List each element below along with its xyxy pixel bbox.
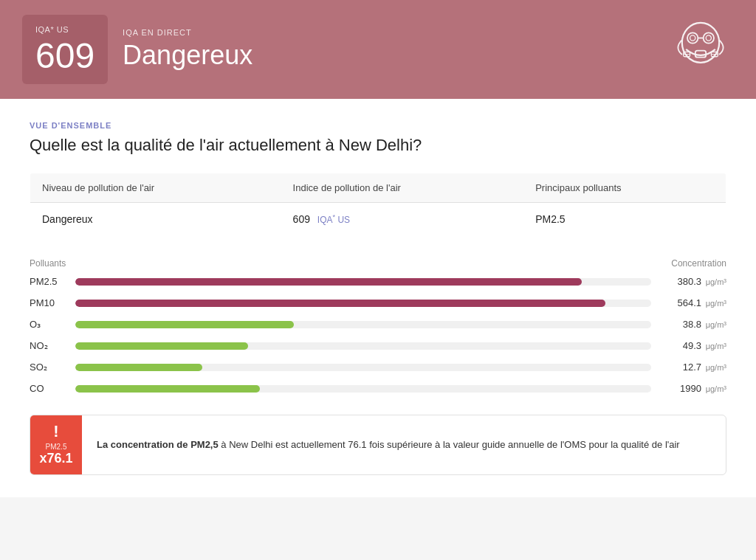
pollutant-bar-container (75, 364, 651, 371)
warning-text-rest: à New Delhi est actuellement 76.1 fois s… (219, 439, 680, 450)
pollutant-row: CO1990 μg/m³ (30, 383, 726, 394)
warning-text: La concentration de PM2,5 à New Delhi es… (82, 427, 695, 463)
pollutant-value: 12.7 μg/m³ (660, 362, 726, 373)
pollutant-name: O₃ (30, 319, 66, 330)
live-label: IQA EN DIRECT (123, 28, 252, 37)
warning-icon-block: ! PM2.5 x76.1 (30, 415, 82, 474)
table-col1-header: Niveau de pollution de l'air (30, 173, 281, 203)
table-cell-level: Dangereux (30, 203, 281, 236)
svg-point-2 (704, 32, 714, 43)
table-col3-header: Principaux polluants (523, 173, 726, 203)
aqi-box: IQA* US 609 (22, 15, 108, 84)
pollutant-value: 49.3 μg/m³ (660, 340, 726, 351)
header: IQA* US 609 IQA EN DIRECT Dangereux (0, 0, 756, 99)
content: VUE D'ENSEMBLE Quelle est la qualité de … (0, 99, 756, 497)
aqi-label: IQA* US (35, 25, 94, 34)
pollutant-bar (75, 300, 605, 307)
pollutants-section: Polluants Concentration PM2.5380.3 μg/m³… (30, 258, 726, 394)
main-question: Quelle est la qualité de l'air actuellem… (30, 136, 726, 155)
pollutant-bar-container (75, 385, 651, 393)
warning-exclaim-icon: ! (53, 424, 58, 440)
pollution-table: Niveau de pollution de l'air Indice de p… (30, 173, 726, 236)
pollutant-name: SO₂ (30, 362, 66, 373)
warning-text-bold: La concentration de PM2,5 (97, 439, 219, 450)
pollutant-row: O₃38.8 μg/m³ (30, 319, 726, 330)
pollutant-bar-container (75, 321, 651, 328)
pollutant-name: PM2.5 (30, 276, 66, 287)
pollutant-bar-container (75, 278, 651, 286)
svg-rect-6 (695, 51, 706, 58)
pollutant-name: PM10 (30, 297, 66, 308)
pollutant-bar (75, 342, 248, 350)
table-cell-pollutants: PM2.5 (523, 203, 726, 236)
warning-multiplier: x76.1 (39, 451, 72, 466)
index-badge: IQA* US (317, 213, 350, 225)
table-row: Dangereux 609 IQA* US PM2.5 (30, 203, 726, 236)
warning-box: ! PM2.5 x76.1 La concentration de PM2,5 … (30, 415, 726, 475)
pollutant-row: SO₂12.7 μg/m³ (30, 362, 726, 373)
pollutant-name: NO₂ (30, 340, 66, 351)
pollutant-value: 38.8 μg/m³ (660, 319, 726, 330)
aqi-score: 609 (35, 38, 94, 74)
pollutant-row: NO₂49.3 μg/m³ (30, 340, 726, 351)
table-cell-index: 609 IQA* US (281, 203, 524, 236)
danger-title: Dangereux (123, 40, 252, 71)
index-value: 609 (293, 213, 310, 225)
pollutant-bar (75, 278, 582, 286)
pollutant-bar (75, 364, 202, 371)
pollutants-header-left: Polluants (30, 258, 66, 269)
pollutant-bars-container: PM2.5380.3 μg/m³PM10564.1 μg/m³O₃38.8 μg… (30, 276, 726, 394)
pollutant-value: 380.3 μg/m³ (660, 276, 726, 287)
header-left: IQA* US 609 IQA EN DIRECT Dangereux (22, 15, 252, 84)
svg-point-1 (687, 32, 698, 43)
section-label: VUE D'ENSEMBLE (30, 121, 726, 130)
pollutant-name: CO (30, 383, 66, 394)
pollutant-bar (75, 321, 294, 328)
pollutant-bar-container (75, 342, 651, 350)
pollutant-value: 564.1 μg/m³ (660, 297, 726, 308)
svg-point-4 (706, 35, 711, 41)
pollutants-header-right: Concentration (671, 258, 726, 269)
pollutant-bar (75, 385, 260, 393)
pollutant-row: PM10564.1 μg/m³ (30, 297, 726, 308)
svg-point-3 (690, 35, 695, 41)
pollutant-value: 1990 μg/m³ (660, 383, 726, 394)
pollutant-bar-container (75, 300, 651, 307)
warning-pm-label: PM2.5 (46, 443, 67, 451)
table-col2-header: Indice de pollution de l'air (281, 173, 524, 203)
header-status: IQA EN DIRECT Dangereux (123, 28, 252, 71)
pollutants-header: Polluants Concentration (30, 258, 726, 269)
gas-mask-icon (667, 15, 734, 84)
pollutant-row: PM2.5380.3 μg/m³ (30, 276, 726, 287)
